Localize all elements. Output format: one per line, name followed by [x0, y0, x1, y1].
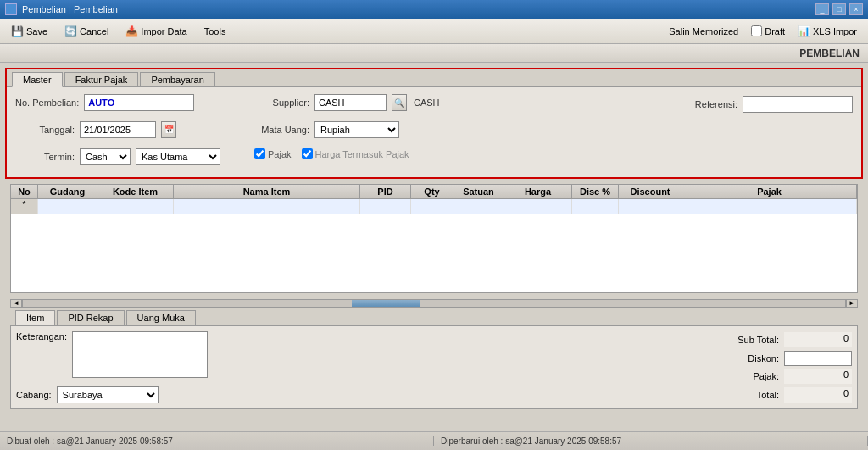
referensi-label: Referensi:: [691, 99, 737, 109]
col-header-no: No: [11, 185, 38, 198]
supplier-name: CASH: [414, 97, 440, 108]
supplier-row: Supplier: 🔍 CASH: [254, 94, 440, 111]
cabang-select[interactable]: Surabaya: [57, 386, 159, 403]
cancel-icon: [64, 25, 77, 37]
mata-uang-label: Mata Uang:: [254, 125, 309, 135]
cabang-section: Cabang: Surabaya: [16, 386, 729, 403]
keterangan-section: Keterangan: Cabang: Surabaya: [16, 331, 729, 403]
status-diperbarui: Diperbarui oleh : sa@21 January 2025 09:…: [434, 436, 868, 446]
keterangan-label: Keterangan:: [16, 331, 67, 342]
cabang-label: Cabang:: [16, 390, 52, 400]
total-label: Total:: [737, 390, 779, 400]
supplier-input[interactable]: [314, 94, 387, 111]
tanggal-input[interactable]: [80, 121, 156, 138]
no-pembelian-row: No. Pembelian:: [15, 94, 220, 111]
tab-master[interactable]: Master: [12, 72, 63, 87]
status-bar: Dibuat oleh : sa@21 January 2025 09:58:5…: [0, 431, 868, 450]
import-icon: [125, 25, 138, 37]
save-icon: [11, 25, 24, 37]
termin-row: Termin: Cash Kas Utama: [15, 148, 220, 165]
col-header-qty: Qty: [411, 185, 453, 198]
tanggal-row: Tanggal: 📅: [15, 121, 220, 138]
xls-icon: [798, 25, 810, 37]
grid-body: *: [11, 199, 857, 292]
calendar-button[interactable]: 📅: [161, 121, 176, 138]
referensi-input[interactable]: [743, 96, 853, 113]
cell-discount: [619, 199, 682, 214]
col-header-nama: Nama Item: [174, 185, 360, 198]
window-title: Pembelian | Pembelian: [22, 4, 118, 14]
xls-import-button[interactable]: XLS Impor: [790, 21, 865, 42]
cancel-button[interactable]: Cancel: [57, 21, 116, 42]
cell-no: *: [11, 199, 38, 214]
tab-pembayaran[interactable]: Pembayaran: [140, 72, 214, 86]
tab-faktur-pajak[interactable]: Faktur Pajak: [64, 72, 139, 86]
pajak-checkbox[interactable]: [254, 148, 265, 159]
col-header-satuan: Satuan: [453, 185, 504, 198]
col-header-disc: Disc %: [572, 185, 619, 198]
mata-uang-select[interactable]: Rupiah: [314, 121, 399, 138]
supplier-search-button[interactable]: 🔍: [392, 94, 407, 111]
harga-termasuk-checkbox-label[interactable]: Harga Termasuk Pajak: [302, 148, 409, 159]
cell-nama: [174, 199, 360, 214]
subtotal-label: Sub Total:: [737, 335, 779, 345]
bottom-area: Keterangan: Cabang: Surabaya Sub Total: …: [10, 325, 858, 409]
cell-qty: [411, 199, 453, 214]
pajak-total-value: 0: [784, 369, 852, 384]
form-body: No. Pembelian: Tanggal: 📅 Termin: Cash: [7, 87, 861, 177]
cell-pajak: [682, 199, 857, 214]
bottom-tabs-bar: Item PID Rekap Uang Muka: [10, 308, 858, 325]
cell-gudang: [38, 199, 97, 214]
import-button[interactable]: Impor Data: [118, 21, 194, 42]
section-label-bar: PEMBELIAN: [0, 44, 868, 63]
harga-termasuk-checkbox[interactable]: [302, 148, 313, 159]
data-grid: No Gudang Kode Item Nama Item PID Qty Sa…: [10, 184, 858, 293]
cell-harga: [504, 199, 572, 214]
scrollbar-thumb[interactable]: [352, 300, 420, 307]
close-btn[interactable]: ×: [849, 3, 863, 15]
status-dibuat: Dibuat oleh : sa@21 January 2025 09:58:5…: [0, 436, 434, 446]
tabs-bar: Master Faktur Pajak Pembayaran: [7, 69, 861, 87]
tab-pid-rekap[interactable]: PID Rekap: [57, 310, 124, 325]
tab-item[interactable]: Item: [15, 310, 55, 325]
salin-memorized-button[interactable]: Salin Memorized: [661, 21, 746, 42]
supplier-label: Supplier:: [254, 97, 309, 108]
cell-pid: [360, 199, 411, 214]
tanggal-label: Tanggal:: [15, 125, 75, 135]
tab-uang-muka[interactable]: Uang Muka: [126, 310, 196, 325]
title-bar: Pembelian | Pembelian _ □ ×: [0, 0, 868, 19]
termin-label: Termin:: [15, 152, 75, 162]
no-pembelian-label: No. Pembelian:: [15, 97, 79, 108]
app-icon: [5, 3, 17, 15]
referensi-row: Referensi:: [691, 96, 853, 113]
totals-section: Sub Total: 0 Diskon: Pajak: 0 Total: 0: [737, 331, 852, 403]
pajak-row: Pajak Harga Termasuk Pajak: [254, 148, 440, 159]
scrollbar-track[interactable]: [22, 299, 846, 308]
pajak-total-label: Pajak:: [737, 371, 779, 381]
col-header-kode: Kode Item: [97, 185, 174, 198]
kas-select[interactable]: Kas Utama: [136, 148, 220, 165]
tools-button[interactable]: Tools: [197, 21, 234, 42]
minimize-btn[interactable]: _: [815, 3, 829, 15]
pajak-checkbox-label[interactable]: Pajak: [254, 148, 292, 159]
mata-uang-row: Mata Uang: Rupiah: [254, 121, 440, 138]
draft-checkbox-label[interactable]: Draft: [751, 25, 785, 36]
cell-kode: [97, 199, 174, 214]
restore-btn[interactable]: □: [832, 3, 846, 15]
col-header-pajak: Pajak: [682, 185, 857, 198]
draft-checkbox[interactable]: [751, 25, 762, 36]
col-header-pid: PID: [360, 185, 411, 198]
keterangan-input[interactable]: [72, 331, 208, 378]
termin-select[interactable]: Cash: [80, 148, 131, 165]
table-row[interactable]: *: [11, 199, 857, 214]
scroll-left-button[interactable]: ◄: [10, 299, 22, 308]
no-pembelian-input[interactable]: [84, 94, 194, 111]
horizontal-scrollbar[interactable]: ◄ ►: [10, 297, 858, 308]
diskon-input[interactable]: [784, 351, 852, 366]
save-button[interactable]: Save: [3, 21, 55, 42]
cell-satuan: [453, 199, 504, 214]
diskon-label: Diskon:: [737, 353, 779, 364]
form-section: Master Faktur Pajak Pembayaran No. Pembe…: [5, 68, 863, 179]
scroll-right-button[interactable]: ►: [846, 299, 858, 308]
section-label: PEMBELIAN: [799, 47, 860, 59]
